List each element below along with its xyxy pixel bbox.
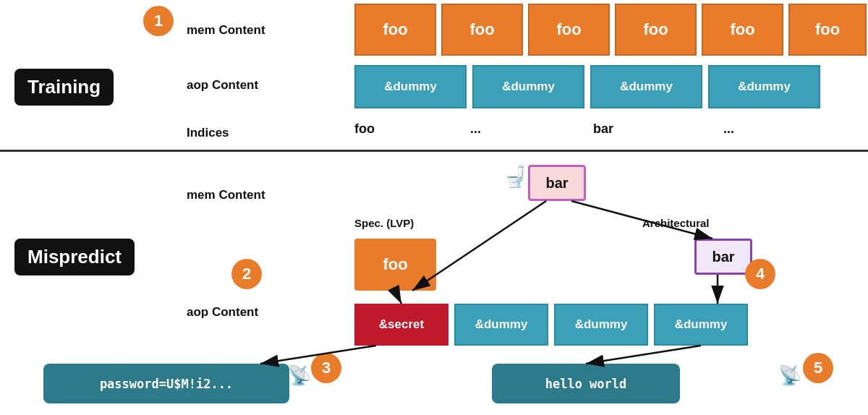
spec-label: Spec. (LVP): [354, 217, 414, 229]
bar-box-top: bar: [528, 165, 586, 201]
aop-content-label-mis: aop Content: [187, 305, 258, 320]
aop-box-3: &dummy: [590, 65, 702, 108]
index-dots-2: ...: [723, 121, 734, 137]
training-section: 1 mem Content aop Content Indices Traini…: [0, 0, 868, 152]
mem-box-1: foo: [354, 4, 436, 56]
secret-box: &secret: [354, 304, 448, 346]
index-dots-1: ...: [470, 121, 481, 137]
aop-box-1: &dummy: [354, 65, 467, 108]
index-bar: bar: [593, 121, 613, 137]
badge-1: 1: [143, 6, 174, 36]
aop-box-4: &dummy: [708, 65, 820, 108]
badge-5: 5: [803, 353, 833, 383]
hello-box: hello world: [492, 364, 680, 403]
mem-box-2: foo: [441, 4, 523, 56]
mem-box-3: foo: [528, 4, 610, 56]
indices-label-train: Indices: [187, 126, 229, 140]
svg-line-4: [395, 291, 401, 304]
mem-content-label-mis: mem Content: [187, 188, 265, 202]
mem-content-label-train: mem Content: [187, 23, 265, 38]
diagram: 1 mem Content aop Content Indices Traini…: [0, 0, 868, 415]
aop-box-2: &dummy: [472, 65, 584, 108]
dish-icon-right: 📡: [778, 364, 801, 387]
password-box: password=U$M!i2...: [43, 364, 289, 403]
mem-box-5: foo: [702, 4, 783, 56]
mispredict-label: Mispredict: [14, 239, 135, 275]
bar-box-arch: bar: [694, 239, 752, 275]
dummy-box-1: &dummy: [454, 304, 548, 346]
index-foo: foo: [354, 121, 375, 137]
svg-line-6: [586, 346, 701, 364]
badge-2: 2: [231, 259, 262, 289]
training-label: Training: [14, 69, 114, 106]
dummy-box-3: &dummy: [654, 304, 748, 346]
dummy-box-2: &dummy: [554, 304, 648, 346]
mem-box-4: foo: [615, 4, 697, 56]
mem-box-6: foo: [788, 4, 867, 56]
dish-icon-left: 📡: [288, 364, 311, 387]
foo-box-mis: foo: [354, 239, 436, 291]
aop-content-label-train: aop Content: [187, 78, 258, 93]
arch-label: Architectural: [642, 217, 710, 229]
badge-4: 4: [745, 259, 775, 289]
toilet-icon: 🚽: [503, 165, 528, 189]
badge-3: 3: [311, 353, 341, 383]
